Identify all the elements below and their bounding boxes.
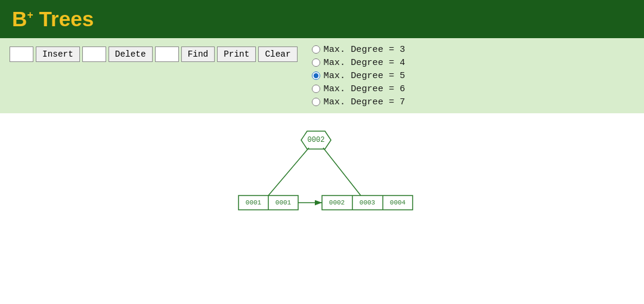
root-node: 0002 bbox=[301, 131, 331, 149]
title-trees: Trees bbox=[33, 7, 94, 30]
delete-button[interactable]: Delete bbox=[109, 46, 153, 62]
radio-label-degree-5: Max. Degree = 5 bbox=[324, 70, 405, 81]
print-button[interactable]: Print bbox=[217, 46, 256, 62]
insert-button[interactable]: Insert bbox=[36, 46, 80, 62]
app-title: B+ Trees bbox=[12, 7, 94, 31]
canvas-area: 0002 0001 0001 0002 0003 0004 bbox=[0, 113, 644, 256]
app-header: B+ Trees bbox=[0, 0, 644, 38]
radio-label-degree-7: Max. Degree = 7 bbox=[324, 97, 405, 107]
radio-item-degree-4: Max. Degree = 4 bbox=[312, 57, 405, 68]
clear-button[interactable]: Clear bbox=[258, 46, 297, 62]
radio-degree-6[interactable] bbox=[312, 85, 320, 93]
svg-line-3 bbox=[323, 148, 361, 196]
toolbar: Insert Delete Find Print Clear Max. Degr… bbox=[0, 38, 644, 113]
title-superscript: + bbox=[27, 9, 33, 21]
insert-input[interactable] bbox=[10, 46, 33, 62]
svg-text:0001: 0001 bbox=[275, 199, 292, 206]
find-button[interactable]: Find bbox=[181, 46, 215, 62]
svg-line-2 bbox=[268, 148, 309, 196]
svg-text:0002: 0002 bbox=[308, 136, 325, 144]
radio-label-degree-6: Max. Degree = 6 bbox=[324, 83, 405, 94]
right-leaf-node: 0002 0003 0004 bbox=[322, 196, 413, 210]
radio-label-degree-3: Max. Degree = 3 bbox=[324, 44, 405, 55]
tree-diagram: 0002 0001 0001 0002 0003 0004 bbox=[203, 125, 441, 221]
delete-input[interactable] bbox=[82, 46, 106, 62]
radio-group: Max. Degree = 3Max. Degree = 4Max. Degre… bbox=[312, 44, 405, 107]
radio-item-degree-5: Max. Degree = 5 bbox=[312, 70, 405, 81]
left-leaf-node: 0001 0001 bbox=[239, 196, 298, 210]
controls-left: Insert Delete Find Print Clear bbox=[10, 44, 298, 62]
find-input[interactable] bbox=[155, 46, 179, 62]
radio-item-degree-6: Max. Degree = 6 bbox=[312, 83, 405, 94]
radio-degree-5[interactable] bbox=[312, 72, 320, 80]
title-b: B bbox=[12, 7, 27, 30]
svg-text:0004: 0004 bbox=[390, 199, 406, 206]
radio-item-degree-3: Max. Degree = 3 bbox=[312, 44, 405, 55]
svg-text:0003: 0003 bbox=[360, 199, 375, 206]
radio-degree-7[interactable] bbox=[312, 98, 320, 106]
radio-label-degree-4: Max. Degree = 4 bbox=[324, 57, 405, 68]
radio-item-degree-7: Max. Degree = 7 bbox=[312, 97, 405, 107]
radio-degree-4[interactable] bbox=[312, 58, 320, 67]
radio-degree-3[interactable] bbox=[312, 45, 320, 54]
svg-text:0002: 0002 bbox=[329, 199, 345, 206]
svg-text:0001: 0001 bbox=[246, 199, 262, 206]
